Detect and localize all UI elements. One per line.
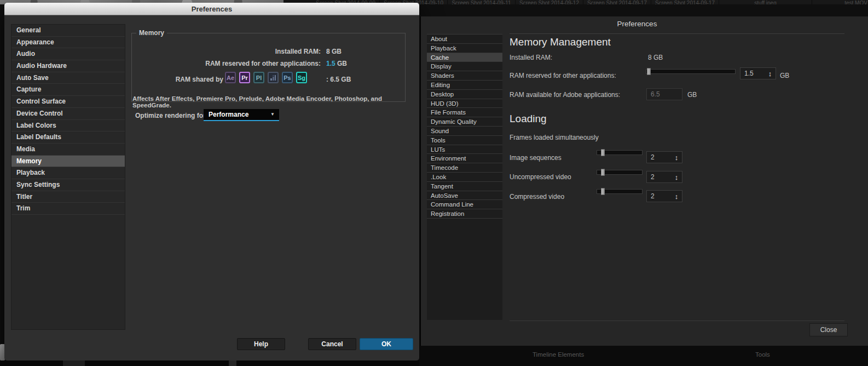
optimize-rendering-dropdown[interactable]: ▼ Performance [204,109,279,121]
sidebar-item[interactable]: Control Surface [11,96,125,108]
category-item[interactable]: LUTs [427,145,502,155]
background-panel-fragment [229,361,236,366]
media-encoder-icon [268,72,279,83]
category-item[interactable]: AutoSave [427,191,502,201]
sidebar-item[interactable]: Capture [11,84,125,96]
installed-ram-value: 8 GB [648,54,663,61]
prelude-icon: Pl [253,72,264,83]
uncompressed-video-field[interactable]: ↕ [646,171,682,183]
background-tab[interactable]: test.MOV [812,0,868,4]
background-tab[interactable]: Screen Shot 2014-09-17 [583,0,651,4]
slider-thumb[interactable] [601,188,605,195]
category-item[interactable]: Sound [427,127,502,136]
compressed-video-label: Compressed video [510,193,564,201]
frames-loaded-label: Frames loaded simultaneously [510,134,599,141]
stepper-arrows-icon[interactable]: ↕ [671,153,682,162]
sidebar-item[interactable]: Audio Hardware [11,60,125,72]
dialog-title: Preferences [192,5,232,13]
image-sequences-input[interactable] [647,153,671,161]
cancel-button[interactable]: Cancel [308,338,356,350]
footer-divider [510,321,844,321]
optimize-rendering-value: Performance [209,111,248,118]
category-item[interactable]: Desktop [427,90,502,99]
memory-group-legend: Memory [136,29,167,37]
background-panel-fragment [63,361,85,366]
uncompressed-video-input[interactable] [647,173,671,181]
category-item[interactable]: Tangent [427,182,502,191]
premiere-pro-icon: Pr [239,72,250,83]
stepper-arrows-icon[interactable]: ↕ [671,192,682,201]
sidebar-item[interactable]: Label Colors [11,120,125,132]
compressed-video-input[interactable] [647,192,671,200]
category-item[interactable]: Display [427,62,502,71]
background-bottom-strip [0,361,419,366]
close-button[interactable]: Close [809,323,848,336]
ram-reserved-value[interactable]: 1.5 GB [326,60,347,67]
image-sequences-field[interactable]: ↕ [646,151,682,163]
sidebar-item[interactable]: General [11,25,125,37]
compressed-video-field[interactable]: ↕ [646,190,682,202]
ram-shared-value: : 6.5 GB [326,76,351,83]
image-sequences-label: Image sequences [510,154,562,162]
slider-thumb[interactable] [647,68,651,75]
background-tab[interactable]: Screen Shot 2014-09-11 [448,0,516,4]
dialog-titlebar[interactable]: Preferences [4,3,419,15]
stepper-arrows-icon[interactable]: ↕ [671,173,682,181]
loading-heading: Loading [510,113,547,125]
ram-available-field [646,88,682,100]
ram-available-unit: GB [687,91,697,99]
category-item[interactable]: Cache [427,53,502,62]
optimize-rendering-label: Optimize rendering for: [135,111,208,120]
category-item[interactable]: Environment [427,154,502,163]
background-tab[interactable]: Screen Shot 2014-09-17 [651,0,719,4]
sidebar-item[interactable]: Titler [11,191,125,203]
sidebar-item[interactable]: Audio [11,48,125,60]
sidebar-item[interactable]: Auto Save [11,72,125,84]
compressed-video-slider[interactable] [597,189,643,194]
background-tab[interactable]: Screen Shot 2014-09-12 [516,0,583,4]
category-item[interactable]: About [427,35,502,44]
category-item[interactable]: HUD (3D) [427,99,502,108]
title-divider [510,33,844,34]
sidebar-item[interactable]: Appearance [11,37,125,49]
category-item[interactable]: Timecode [427,163,502,173]
help-button[interactable]: Help [237,338,285,350]
slider-thumb[interactable] [601,169,605,176]
timeline-elements-panel-label: Timeline Elements [533,351,584,358]
memory-management-heading: Memory Management [510,36,611,48]
sidebar-item[interactable]: Device Control [11,108,125,120]
memory-affects-note: Affects After Effects, Premiere Pro, Pre… [132,95,405,108]
ram-reserved-input[interactable] [740,70,765,77]
slider-thumb[interactable] [601,149,605,156]
category-item[interactable]: Shaders [427,71,502,81]
background-tab[interactable]: stuff.jpeg [719,0,812,4]
ok-button[interactable]: OK [360,338,413,350]
sidebar-item[interactable]: Media [11,144,125,156]
installed-ram-label: Installed RAM: [132,48,321,55]
category-item[interactable]: Command Line [427,200,502,209]
sidebar-item[interactable]: Sync Settings [11,179,125,191]
ram-reserved-field[interactable]: ↕ [740,67,776,79]
premiere-preferences-dialog: Preferences GeneralAppearanceAudioAudio … [4,3,419,361]
stepper-arrows-icon[interactable]: ↕ [765,70,776,78]
category-item[interactable]: .Look [427,173,502,182]
category-item[interactable]: Registration [427,209,502,219]
sidebar-item[interactable]: Memory [11,156,125,168]
category-item[interactable]: Dynamic Quality [427,117,502,127]
ram-reserved-slider[interactable] [646,69,736,74]
sidebar-item[interactable]: Trim [11,203,125,215]
category-item[interactable]: Playback [427,44,502,53]
ram-reserved-number[interactable]: 1.5 [326,60,335,67]
after-effects-preferences-dialog: Preferences AboutPlaybackCacheDisplaySha… [420,16,868,346]
ram-shared-label: RAM shared by [132,76,223,83]
memory-group: Memory Installed RAM: 8 GB RAM reserved … [131,29,406,102]
after-effects-icon: Ae [225,72,236,83]
category-item[interactable]: Editing [427,81,502,90]
chevron-down-icon: ▼ [270,109,275,120]
category-item[interactable]: File Formats [427,108,502,117]
uncompressed-video-slider[interactable] [597,170,643,175]
sidebar-item[interactable]: Playback [11,167,125,179]
category-item[interactable]: Tools [427,136,502,145]
sidebar-item[interactable]: Label Defaults [11,131,125,144]
image-sequences-slider[interactable] [597,150,643,155]
